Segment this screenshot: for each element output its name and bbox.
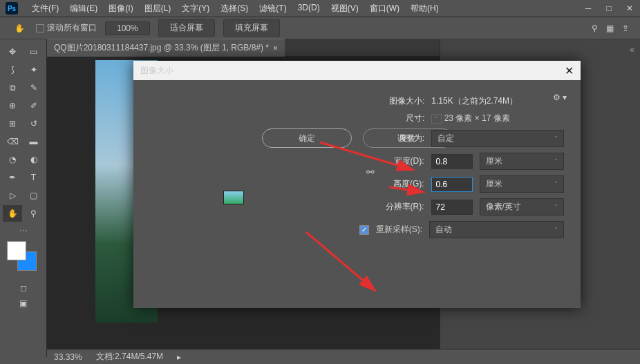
foreground-color[interactable] [7, 241, 26, 260]
dodge-tool[interactable]: ◐ [24, 151, 44, 168]
menu-item[interactable]: 图层(L) [139, 3, 177, 15]
options-bar: ✋ 滚动所有窗口 100% 适合屏幕 填充屏幕 ⚲ ▦ ⇪ [0, 17, 640, 39]
ok-button[interactable]: 确定 [262, 128, 352, 148]
menu-item[interactable]: 窗口(W) [364, 3, 405, 15]
hand-tool-icon: ✋ [11, 20, 28, 37]
status-bar: 33.33% 文档:2.74M/5.47M ▸ [47, 349, 640, 364]
height-label: 高度(G): [357, 178, 424, 190]
resample-select[interactable]: 自动˅ [429, 221, 564, 238]
hand-tool[interactable]: ✋ [3, 205, 22, 222]
res-input[interactable] [431, 200, 473, 215]
wand-tool[interactable]: ✦ [24, 61, 44, 78]
history-brush-tool[interactable]: ↺ [24, 115, 44, 132]
fit-label: 调整为: [357, 133, 424, 144]
menu-item[interactable]: 3D(D) [292, 3, 326, 15]
preview-thumbnail [223, 191, 244, 204]
fill-screen-button[interactable]: 填充屏幕 [223, 19, 280, 37]
crop-tool[interactable]: ⧉ [3, 79, 22, 96]
minimize-button[interactable]: ─ [578, 0, 599, 17]
grid-icon[interactable]: ▦ [606, 23, 614, 33]
dialog-titlebar: 图像大小 ✕ [133, 61, 581, 80]
document-tab[interactable]: QQ图片20180311184437.jpg @ 33.3% (图层 1, RG… [47, 39, 285, 57]
quickmask-icon[interactable]: ◻ [3, 283, 44, 293]
panel-collapse-icon[interactable]: « [446, 45, 634, 55]
menu-item[interactable]: 图像(I) [103, 3, 138, 15]
lasso-tool[interactable]: ⟆ [3, 61, 22, 78]
stamp-tool[interactable]: ⊞ [3, 115, 22, 132]
zoom-tool[interactable]: ⚲ [24, 205, 44, 222]
resample-checkbox[interactable]: ✓ [359, 225, 369, 235]
status-zoom[interactable]: 33.33% [54, 352, 82, 362]
fit-screen-button[interactable]: 适合屏幕 [158, 19, 215, 37]
close-button[interactable]: ✕ [619, 0, 640, 17]
res-label: 分辨率(R): [357, 201, 424, 213]
screenmode-icon[interactable]: ▣ [3, 298, 44, 308]
dim-label: 尺寸: [357, 113, 424, 124]
height-unit-select[interactable]: 厘米˅ [480, 175, 564, 193]
width-input[interactable] [431, 154, 473, 169]
eraser-tool[interactable]: ⌫ [3, 133, 22, 150]
fit-select[interactable]: 自定˅ [431, 130, 564, 147]
dialog-close-icon[interactable]: ✕ [565, 64, 574, 77]
maximize-button[interactable]: □ [599, 0, 619, 17]
brush-tool[interactable]: ✐ [24, 97, 44, 114]
search-icon[interactable]: ⚲ [592, 23, 598, 33]
scroll-all-checkbox[interactable]: 滚动所有窗口 [36, 22, 97, 34]
color-swatches[interactable] [7, 241, 41, 272]
width-unit-select[interactable]: 厘米˅ [480, 153, 564, 170]
healing-tool[interactable]: ⊕ [3, 97, 22, 114]
zoom-value[interactable]: 100% [105, 21, 150, 35]
eyedropper-tool[interactable]: ✎ [24, 79, 44, 96]
res-unit-select[interactable]: 像素/英寸˅ [480, 198, 564, 215]
ps-logo: Ps [6, 2, 18, 15]
status-doc: 文档:2.74M/5.47M [96, 351, 163, 363]
share-icon[interactable]: ⇪ [622, 23, 629, 33]
menu-item[interactable]: 文件(F) [26, 3, 64, 15]
move-tool[interactable]: ✥ [3, 44, 22, 60]
marquee-tool[interactable]: ▭ [24, 44, 44, 60]
size-value: 1.15K（之前为2.74M） [431, 95, 564, 107]
gradient-tool[interactable]: ▬ [24, 133, 44, 150]
menu-item[interactable]: 编辑(E) [64, 3, 103, 15]
width-label: 宽度(D): [357, 155, 424, 167]
type-tool[interactable]: T [24, 169, 44, 186]
blur-tool[interactable]: ◔ [3, 151, 22, 168]
status-chevron-icon[interactable]: ▸ [177, 352, 181, 362]
menubar: Ps 文件(F)编辑(E)图像(I)图层(L)文字(Y)选择(S)滤镜(T)3D… [0, 0, 640, 17]
menu-item[interactable]: 视图(V) [326, 3, 364, 15]
image-size-dialog: 图像大小 ✕ ⚙ ▾ 图像大小: 1.15K（之前为2.74M） 尺寸: ˅ 2… [133, 61, 581, 308]
height-input[interactable] [431, 177, 473, 192]
tools-panel: ✥ ▭ ⟆ ✦ ⧉ ✎ ⊕ ✐ ⊞ ↺ ⌫ ▬ ◔ ◐ ✒ T ▷ ▢ ✋ ⚲ … [0, 39, 47, 357]
shape-tool[interactable]: ▢ [24, 187, 44, 204]
link-dimensions-icon[interactable]: ⚯ [366, 166, 375, 178]
path-tool[interactable]: ▷ [3, 187, 22, 204]
tool-extras-icon[interactable]: ⋯ [3, 226, 44, 236]
size-label: 图像大小: [357, 95, 424, 107]
menu-item[interactable]: 滤镜(T) [254, 3, 292, 15]
pen-tool[interactable]: ✒ [3, 169, 22, 186]
menu-item[interactable]: 帮助(H) [405, 3, 444, 15]
menu-item[interactable]: 文字(Y) [176, 3, 215, 15]
resample-label: 重新采样(S): [376, 224, 422, 236]
menu-item[interactable]: 选择(S) [215, 3, 254, 15]
tab-close-icon[interactable]: × [273, 44, 278, 53]
dim-value: 23 像素 × 17 像素 [444, 113, 510, 123]
